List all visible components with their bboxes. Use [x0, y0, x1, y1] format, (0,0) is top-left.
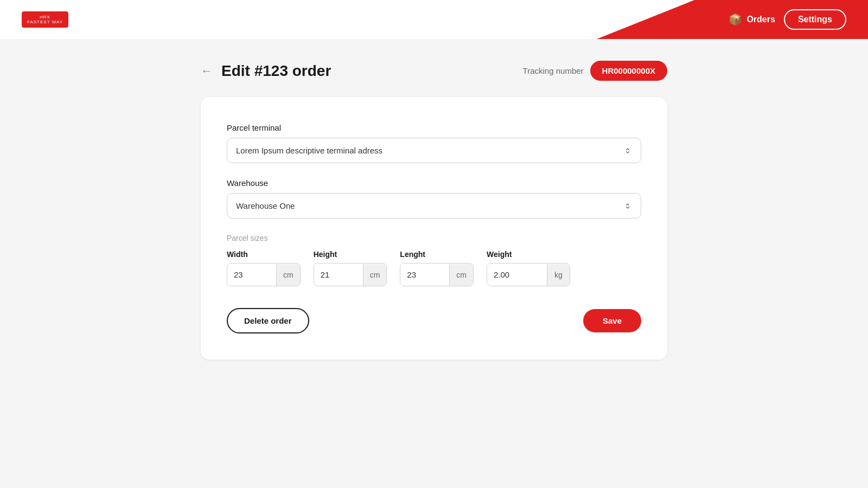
tracking-label: Tracking number	[523, 66, 584, 75]
weight-group: Weight kg	[487, 250, 570, 286]
height-unit: cm	[363, 264, 387, 286]
parcel-sizes-label: Parcel sizes	[227, 234, 641, 242]
weight-input-wrapper: kg	[487, 263, 570, 286]
header-nav: 📦 Orders Settings	[729, 9, 846, 30]
length-unit: cm	[449, 264, 473, 286]
page-header: ← Edit #123 order Tracking number HR0000…	[201, 61, 667, 81]
logo-subtext: FASTEST WAY	[27, 20, 63, 24]
height-input-wrapper: cm	[314, 263, 387, 286]
length-input-wrapper: cm	[400, 263, 474, 286]
width-input[interactable]	[227, 264, 276, 286]
parcel-terminal-label: Parcel terminal	[227, 123, 641, 132]
height-input[interactable]	[314, 264, 363, 286]
warehouse-section: Warehouse Warehouse One	[227, 178, 641, 219]
orders-label: Orders	[746, 15, 775, 24]
weight-label: Weight	[487, 250, 570, 259]
width-input-wrapper: cm	[227, 263, 301, 286]
page-title-section: ← Edit #123 order	[201, 62, 331, 80]
settings-button[interactable]: Settings	[784, 9, 846, 30]
form-actions: Delete order Save	[227, 308, 641, 333]
header: HRX FASTEST WAY 📦 Orders Settings	[0, 0, 868, 39]
logo-text: HRX	[27, 15, 63, 20]
warehouse-select[interactable]: Warehouse One	[227, 193, 641, 219]
page-title: Edit #123 order	[221, 62, 331, 80]
delete-order-button[interactable]: Delete order	[227, 308, 309, 333]
width-unit: cm	[276, 264, 300, 286]
height-label: Height	[314, 250, 387, 259]
form-card: Parcel terminal Lorem Ipsum descriptive …	[201, 97, 667, 359]
width-group: Width cm	[227, 250, 301, 286]
height-group: Height cm	[314, 250, 387, 286]
parcel-terminal-section: Parcel terminal Lorem Ipsum descriptive …	[227, 123, 641, 163]
warehouse-label: Warehouse	[227, 178, 641, 188]
logo-box: HRX FASTEST WAY	[22, 11, 68, 28]
tracking-badge: HR00000000X	[590, 61, 667, 81]
parcel-terminal-select[interactable]: Lorem Ipsum descriptive terminal adress	[227, 138, 641, 163]
length-group: Lenght cm	[400, 250, 474, 286]
orders-icon: 📦	[729, 13, 742, 26]
weight-input[interactable]	[487, 264, 547, 286]
length-label: Lenght	[400, 250, 474, 259]
main-content: ← Edit #123 order Tracking number HR0000…	[190, 39, 678, 381]
width-label: Width	[227, 250, 301, 259]
save-button[interactable]: Save	[583, 309, 641, 332]
back-arrow[interactable]: ←	[201, 64, 213, 78]
logo: HRX FASTEST WAY	[22, 11, 68, 28]
parcel-sizes-section: Parcel sizes Width cm Height cm	[227, 234, 641, 286]
tracking-section: Tracking number HR00000000X	[523, 61, 667, 81]
length-input[interactable]	[400, 264, 449, 286]
orders-nav-item[interactable]: 📦 Orders	[729, 13, 775, 26]
sizes-row: Width cm Height cm Lenght	[227, 250, 641, 286]
weight-unit: kg	[547, 264, 570, 286]
